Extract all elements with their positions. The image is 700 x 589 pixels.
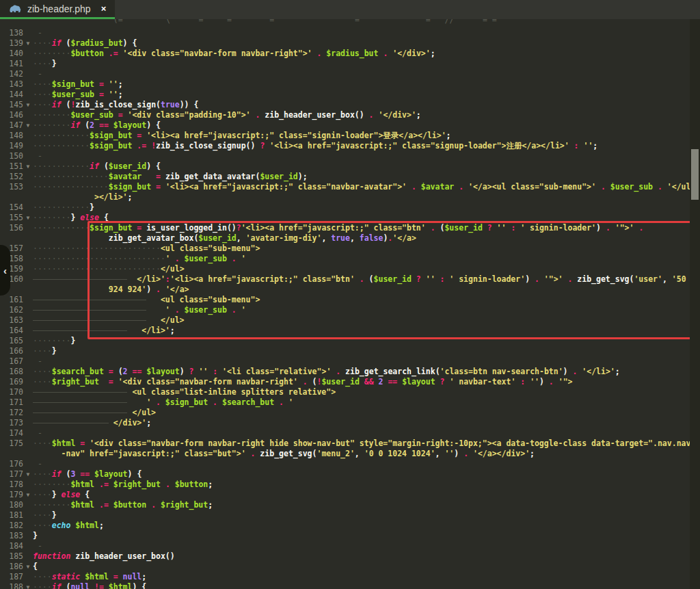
code-line[interactable]: 170 <ul class="list-inline splitters rel… [0,387,700,397]
code-line[interactable]: ></li>'; [0,192,700,202]
fold-arrow-icon[interactable]: ▼ [24,100,32,110]
code-line[interactable]: 174 - [0,428,700,439]
code-line[interactable]: 149············$sign_but .= !zib_is_clos… [0,141,700,151]
line-number: 144 [0,90,23,100]
code-line[interactable]: 183} [0,531,700,541]
code-line[interactable]: zib_get_avatar_box($user_id, 'avatar-img… [0,233,700,244]
code-line[interactable]: 156············$sign_but = is_user_logge… [0,223,700,233]
scrollbar-thumb[interactable] [691,149,699,200]
code-line[interactable]: 163 </ul> [0,315,700,326]
code-line[interactable]: 179▼····} else { [0,490,700,500]
code-line[interactable]: 178········$html .= $right_but . $button… [0,480,700,490]
code-line[interactable]: 188▼····if (null != $html) { [0,582,700,589]
tab-whitespace-line [109,397,128,408]
code-line[interactable]: 185function zib_header_user_box() [0,551,700,562]
code-line[interactable]: 139▼····if ($radius_but) { [0,38,700,49]
code-line[interactable]: 167 - [0,356,700,367]
code-line[interactable]: 146········$user_sub = '<div class="padd… [0,110,700,120]
fold-arrow-icon[interactable]: ▼ [24,213,32,223]
code-line[interactable]: 150 - [0,151,700,161]
tab-zib-header-php[interactable]: zib-header.php × [0,0,115,19]
tab-whitespace-line [90,408,109,418]
code-text: ····} else { [33,490,90,499]
code-line[interactable]: 140········$button .= '<div class="navba… [0,49,700,59]
tab-whitespace-line [127,315,146,326]
tab-whitespace-line [52,274,71,285]
code-line[interactable]: 160 </li>':'<li><a href="javascript:;" c… [0,274,700,285]
code-text: zib_get_avatar_box($user_id, 'avatar-img… [33,233,416,243]
code-text: { [33,562,38,571]
fold-arrow-icon[interactable]: ▼ [24,582,32,589]
code-line[interactable]: 182····echo $html; [0,521,700,531]
tab-whitespace-line [109,326,128,336]
code-line[interactable]: 176 - [0,459,700,469]
tab-whitespace-line [90,397,109,408]
code-line[interactable]: 145▼····if (!zib_is_close_sign(true)) { [0,100,700,110]
tab-title: zib-header.php [27,3,91,14]
code-line[interactable]: -nav" href="javascript:;" class="but">' … [0,449,700,459]
code-line[interactable]: 152················$avatar = zib_get_dat… [0,172,700,182]
code-line[interactable]: 157···························<ul class=… [0,244,700,254]
code-line[interactable]: 166····} [0,346,700,356]
tab-close-icon[interactable]: × [101,3,107,14]
tab-whitespace-line [70,326,90,336]
code-line[interactable]: 171 ' . $sign_but . $search_but . ' [0,397,700,408]
code-line[interactable]: 159···························</ul> [0,264,700,274]
code-line[interactable]: 924 924') . '</a> [0,285,700,295]
fold-arrow-icon[interactable]: ▼ [24,38,32,49]
code-line[interactable]: 141····} [0,59,700,69]
fold-arrow-icon[interactable]: ▼ [24,562,32,572]
code-line[interactable]: 153················$sign_but = '<li><a h… [0,182,700,192]
code-text: ····$html = '<div class="navbar-form nav… [33,439,700,448]
line-number: 149 [0,141,23,151]
tab-whitespace-line [33,326,52,336]
code-line[interactable]: 144····$user_sub = ''; [0,90,700,100]
code-line[interactable]: 172 </ul> [0,408,700,418]
scrollbar-track[interactable] [690,19,700,589]
code-line[interactable]: 138 - [0,28,700,38]
line-number: 143 [0,79,23,90]
line-number: 175 [0,439,23,449]
code-line[interactable]: 154············} [0,202,700,213]
code-line[interactable]: 164 </li>'; [0,326,700,336]
tab-whitespace-line [52,418,71,428]
fold-arrow-icon[interactable]: ▼ [24,490,32,500]
code-line[interactable]: 186▼{ [0,562,700,572]
code-line[interactable]: 158····························' . $user… [0,254,700,264]
panel-collapse-handle[interactable]: ‹ [0,245,10,296]
code-line[interactable]: '' (= \ = = = ' ' = ' ' = // = = [0,19,700,28]
code-line[interactable]: 162 ' . $user_sub . ' [0,305,700,315]
code-line[interactable]: 177▼····if (3 == $layout) { [0,469,700,480]
code-line[interactable]: 168····$search_but = (2 == $layout) ? ''… [0,367,700,377]
code-line[interactable]: 173 </div>'; [0,418,700,428]
code-line[interactable]: 184 - [0,541,700,551]
fold-arrow-icon[interactable]: ▼ [24,120,32,131]
code-line[interactable]: 165········} [0,336,700,346]
code-line[interactable]: 147▼········if (2 == $layout) { [0,120,700,131]
code-line[interactable]: 175····$html = '<div class="navbar-form … [0,439,700,449]
code-line[interactable]: 161 <ul class="sub-menu"> [0,295,700,305]
code-text: - [33,428,42,438]
tab-whitespace-line [109,274,128,285]
code-line[interactable]: 155▼········} else { [0,213,700,223]
code-line[interactable]: 143····$sign_but = ''; [0,79,700,90]
code-line[interactable]: 180········$html .= $button . $right_but… [0,500,700,510]
fold-arrow-icon[interactable]: ▼ [24,161,32,172]
code-line[interactable]: 151▼············if ($user_id) { [0,161,700,172]
tab-whitespace-line [33,397,52,408]
code-text: ···························</ul> [33,264,185,274]
code-line[interactable]: 148············$sign_but = '<li><a href=… [0,131,700,141]
code-line[interactable]: 142 - [0,69,700,79]
line-number: 181 [0,510,23,521]
line-number: 147 [0,120,23,131]
editor-window: { "window": { "tab": { "icon": "php-icon… [0,0,700,589]
code-text: - [33,459,42,469]
code-text: </ul> [33,315,185,325]
code-line[interactable]: 169····$right_but = '<div class="navbar-… [0,377,700,387]
tab-whitespace-line [52,326,71,336]
code-text: - [33,28,42,38]
fold-arrow-icon[interactable]: ▼ [24,469,32,480]
code-line[interactable]: 181····} [0,510,700,521]
code-text: ' . $sign_but . $search_but . ' [33,397,293,407]
code-line[interactable]: 187····static $html = null; [0,572,700,582]
